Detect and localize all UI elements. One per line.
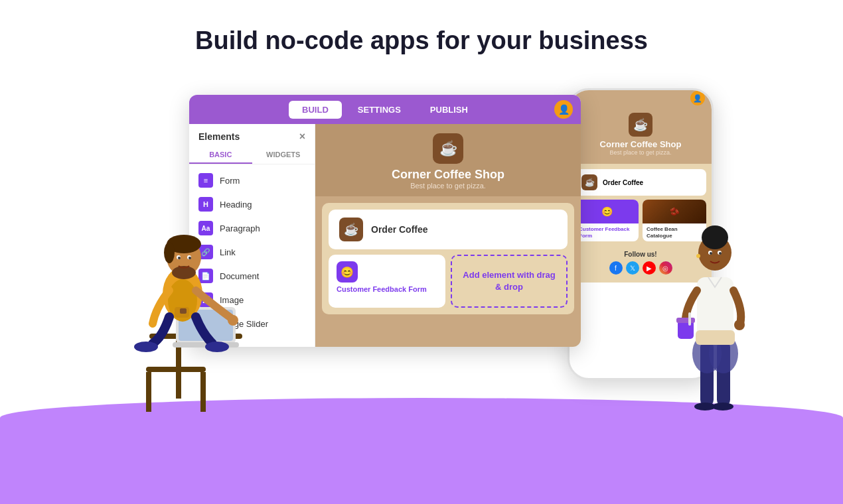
left-section: BUILD SETTINGS PUBLISH 👤 Elements × BASI… [110,82,495,426]
canvas-order-coffee-card[interactable]: ☕ Order Coffee [329,210,568,249]
phone-user-avatar: 👤 [690,91,705,105]
tab-settings[interactable]: SETTINGS [345,101,414,119]
builder-body: Elements × BASIC WIDGETS ≡ Form H [189,124,581,347]
page-title: Build no-code apps for your business [0,0,843,55]
svg-point-38 [696,254,700,258]
svg-point-21 [134,342,158,352]
svg-point-20 [228,315,238,326]
canvas-header: ☕ Corner Coffee Shop Best place to get p… [315,124,581,196]
svg-rect-30 [696,330,735,345]
svg-point-18 [178,257,181,259]
svg-point-22 [205,342,229,352]
phone-order-label: Order Coffee [603,179,643,186]
elements-title: Elements [198,131,240,142]
svg-rect-39 [678,320,694,339]
canvas-area: ☕ Corner Coffee Shop Best place to get p… [315,124,581,347]
tab-widgets[interactable]: WIDGETS [252,147,315,164]
svg-point-14 [164,242,175,263]
svg-rect-4 [200,372,206,412]
svg-point-36 [710,252,712,255]
content-area: BUILD SETTINGS PUBLISH 👤 Elements × BASI… [0,55,843,426]
svg-rect-3 [146,372,151,412]
builder-topbar: BUILD SETTINGS PUBLISH 👤 [189,95,581,124]
builder-window: BUILD SETTINGS PUBLISH 👤 Elements × BASI… [189,95,581,347]
svg-rect-40 [676,318,695,323]
feedback-label: Customer Feedback Form [337,285,427,293]
svg-point-19 [189,257,191,259]
svg-rect-2 [146,367,206,372]
canvas-row2: 😊 Customer Feedback Form Add element wit… [329,255,568,308]
canvas-shop-subtitle: Best place to get pizza. [315,182,581,190]
svg-rect-11 [180,308,187,314]
phone-feedback-icon-area: 😊 [575,200,639,223]
svg-point-37 [719,252,722,255]
facebook-icon[interactable]: f [609,261,623,275]
canvas-content: ☕ Order Coffee 😊 Customer Feedback Form … [322,203,574,314]
person-right-illustration [654,148,773,426]
order-coffee-label: Order Coffee [371,224,428,235]
svg-point-42 [734,320,745,330]
canvas-shop-name: Corner Coffee Shop [315,168,581,182]
svg-point-32 [702,225,728,249]
phone-coffee-icon: ☕ [629,113,652,137]
phone-feedback-card[interactable]: 😊 Customer Feedback Form [575,200,639,241]
feedback-icon: 😊 [337,261,358,283]
drag-drop-label: Add element with drag & drop [459,269,560,293]
user-avatar: 👤 [554,100,573,119]
svg-point-28 [712,403,733,410]
canvas-feedback-card[interactable]: 😊 Customer Feedback Form [329,255,445,308]
tab-build[interactable]: BUILD [289,101,342,119]
tab-publish[interactable]: PUBLISH [417,101,481,119]
canvas-coffee-icon: ☕ [433,133,463,164]
svg-rect-41 [688,312,691,326]
order-coffee-icon: ☕ [339,218,363,241]
drag-drop-zone[interactable]: Add element with drag & drop [451,255,568,308]
elements-header: Elements × [189,124,315,147]
phone-status-bar: 👤 [570,90,712,106]
person-left-illustration [110,148,242,426]
phone-order-icon: ☕ [581,174,597,190]
phone-feedback-label: Customer Feedback Form [575,223,639,241]
twitter-icon[interactable]: 𝕏 [626,261,639,275]
close-icon[interactable]: × [299,131,305,143]
